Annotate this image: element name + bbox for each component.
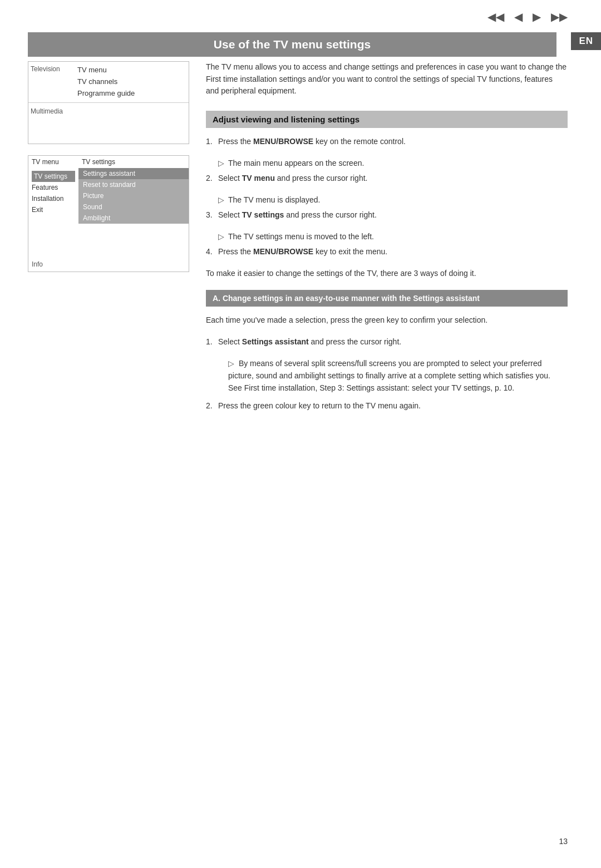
step1-arrow: ▷ The main menu appears on the screen. <box>218 157 568 169</box>
ts-blank-2 <box>78 235 189 246</box>
ts-header-right: TV settings <box>82 158 185 166</box>
top-navigation: ◀◀ ◀ ▶ ▶▶ <box>487 10 568 23</box>
step4-bold: MENU/BROWSE <box>253 247 313 256</box>
section2-steps-2: 2. Press the green colour key to return … <box>206 400 568 412</box>
tv-settings-menu-box: TV menu TV settings TV settings Features… <box>28 155 189 272</box>
ts-reset-to-standard: Reset to standard <box>78 179 189 190</box>
step2-arrow: ▷ The TV menu is displayed. <box>218 194 568 206</box>
menu-category-multimedia: Multimedia <box>28 104 73 144</box>
ts-left-features: Features <box>32 182 75 193</box>
ts-ambilight: Ambilight <box>78 213 189 224</box>
section1-steps-4: 4. Press the MENU/BROWSE key to exit the… <box>206 246 568 258</box>
ts-info: Info <box>28 257 189 272</box>
section2-body-text: Each time you've made a selection, press… <box>206 314 568 327</box>
step2-bold: TV menu <box>242 174 275 183</box>
ts-left-installation: Installation <box>32 193 75 204</box>
page-title: Use of the TV menu settings <box>28 32 556 57</box>
right-column: The TV menu allows you to access and cha… <box>206 61 568 422</box>
multimedia-item-3 <box>73 130 189 141</box>
play-icon: ▶ <box>533 10 541 23</box>
menu-item-tv-channels: TV channels <box>73 76 189 87</box>
step-4: 4. Press the MENU/BROWSE key to exit the… <box>206 246 568 258</box>
multimedia-item-1 <box>73 106 189 118</box>
rewind-icon: ◀ <box>514 10 523 23</box>
section2-steps: 1. Select Settings assistant and press t… <box>206 336 568 348</box>
section2-step-1: 1. Select Settings assistant and press t… <box>206 336 568 348</box>
tv-menu-items: TV menu TV channels Programme guide <box>73 62 189 101</box>
ts-left-items: TV settings Features Installation Exit <box>28 168 78 257</box>
multimedia-item-2 <box>73 118 189 130</box>
tv-menu-overview-box: Television TV menu TV channels Programme… <box>28 61 189 144</box>
left-column: Television TV menu TV channels Programme… <box>28 61 189 272</box>
ts-left-exit: Exit <box>32 204 75 215</box>
skip-back-icon: ◀◀ <box>487 10 504 23</box>
page-number: 13 <box>559 837 568 846</box>
menu-item-tv-menu: TV menu <box>73 64 189 76</box>
ts-picture: Picture <box>78 190 189 201</box>
section1-steps-2: 2. Select TV menu and press the cursor r… <box>206 172 568 184</box>
menu-item-programme-guide: Programme guide <box>73 87 189 99</box>
section1-steps-3: 3. Select TV settings and press the curs… <box>206 209 568 221</box>
section2-step-2: 2. Press the green colour key to return … <box>206 400 568 412</box>
step-1: 1. Press the MENU/BROWSE key on the remo… <box>206 136 568 147</box>
multimedia-menu-items <box>73 104 189 144</box>
section2-header: A. Change settings in an easy-to-use man… <box>206 290 568 307</box>
ts-blank-3 <box>78 246 189 257</box>
ts-header-left: TV menu <box>32 158 82 166</box>
ts-right-items: Settings assistant Reset to standard Pic… <box>78 168 189 257</box>
step3-arrow: ▷ The TV settings menu is moved to the l… <box>218 231 568 243</box>
section1-steps: 1. Press the MENU/BROWSE key on the remo… <box>206 136 568 147</box>
step1-bold: MENU/BROWSE <box>253 137 313 146</box>
section1-header: Adjust viewing and listening settings <box>206 111 568 128</box>
ts-left-tv-settings: TV settings <box>32 171 75 182</box>
step3-bold: TV settings <box>242 210 284 219</box>
ts-blank-1 <box>78 224 189 235</box>
intro-paragraph: The TV menu allows you to access and cha… <box>206 61 568 97</box>
section2-step1-bold: Settings assistant <box>242 337 309 346</box>
ts-sound: Sound <box>78 201 189 213</box>
step-2: 2. Select TV menu and press the cursor r… <box>206 172 568 184</box>
language-badge: EN <box>571 32 601 50</box>
menu-category-television: Television <box>28 62 73 101</box>
section2-step1-arrow: ▷ By means of several split screens/full… <box>228 358 568 394</box>
skip-forward-icon: ▶▶ <box>551 10 568 23</box>
section1-body-text: To make it easier to change the settings… <box>206 268 568 280</box>
ts-settings-assistant: Settings assistant <box>78 168 189 179</box>
step-3: 3. Select TV settings and press the curs… <box>206 209 568 221</box>
